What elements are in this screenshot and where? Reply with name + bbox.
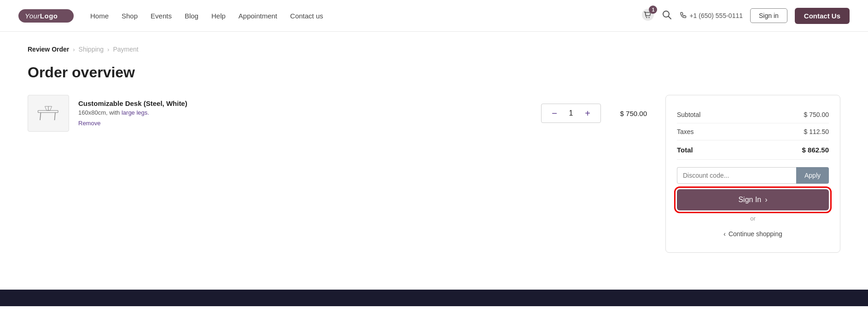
breadcrumb-step2: Shipping (79, 46, 104, 53)
product-description: 160x80cm, with large legs. (78, 109, 532, 116)
breadcrumb-step1: Review Order (28, 46, 69, 53)
summary-subtotal-row: Subtotal $ 750.00 (677, 106, 829, 123)
product-price: $ 750.00 (610, 110, 647, 117)
product-info: Customizable Desk (Steel, White) 160x80c… (78, 99, 532, 127)
logo[interactable]: YourLogo (18, 9, 74, 23)
nav-events[interactable]: Events (151, 12, 172, 20)
breadcrumb-chevron1: › (73, 46, 75, 53)
nav-help[interactable]: Help (211, 12, 226, 20)
taxes-label: Taxes (677, 128, 694, 135)
breadcrumb-step3: Payment (113, 46, 138, 53)
svg-point-2 (649, 17, 650, 18)
subtotal-label: Subtotal (677, 111, 700, 118)
product-desc-text: 160x80cm, with (78, 109, 122, 116)
breadcrumb-chevron2: › (107, 46, 109, 53)
continue-chevron-icon: ‹ (723, 230, 726, 238)
desk-illustration (35, 102, 62, 125)
quantity-controls: − 1 + (541, 104, 601, 123)
nav-right: 1 +1 (650) 555-0111 Sign in Contact Us (641, 8, 850, 24)
continue-shopping-link[interactable]: ‹ Continue shopping (677, 227, 829, 241)
continue-shopping-label: Continue shopping (728, 230, 782, 238)
breadcrumb: Review Order › Shipping › Payment (28, 46, 840, 53)
product-row: Customizable Desk (Steel, White) 160x80c… (28, 95, 647, 132)
nav-blog[interactable]: Blog (185, 12, 198, 20)
logo-text: YourLogo (25, 12, 58, 20)
svg-line-6 (40, 113, 41, 121)
cart-button[interactable]: 1 (641, 8, 654, 23)
total-value: $ 862.50 (802, 146, 829, 154)
nav-contact-us[interactable]: Contact us (290, 12, 323, 20)
order-summary: Subtotal $ 750.00 Taxes $ 112.50 Total $… (665, 95, 840, 253)
taxes-value: $ 112.50 (804, 128, 829, 135)
product-desc-link[interactable]: large legs. (122, 109, 149, 116)
nav-shop[interactable]: Shop (122, 12, 138, 20)
search-button[interactable] (662, 10, 672, 22)
page-title: Order overview (28, 64, 840, 81)
quantity-display: 1 (566, 109, 576, 117)
apply-button[interactable]: Apply (796, 167, 829, 184)
or-divider: or (677, 215, 829, 222)
signin-nav-button[interactable]: Sign in (750, 8, 787, 23)
svg-point-1 (647, 17, 647, 18)
product-name: Customizable Desk (Steel, White) (78, 99, 532, 107)
signin-cta-label: Sign In (738, 196, 761, 204)
signin-cta-button[interactable]: Sign In › (677, 189, 829, 210)
summary-total-row: Total $ 862.50 (677, 140, 829, 160)
total-label: Total (677, 146, 693, 154)
order-layout: Customizable Desk (Steel, White) 160x80c… (28, 95, 840, 253)
nav-links: Home Shop Events Blog Help Appointment C… (90, 12, 641, 20)
svg-line-7 (55, 113, 56, 121)
main-content: Review Order › Shipping › Payment Order … (0, 32, 868, 271)
navbar: YourLogo Home Shop Events Blog Help Appo… (0, 0, 868, 32)
discount-input[interactable] (677, 167, 796, 184)
summary-taxes-row: Taxes $ 112.50 (677, 123, 829, 140)
contact-us-nav-button[interactable]: Contact Us (795, 8, 850, 24)
discount-row: Apply (677, 167, 829, 184)
phone-icon (679, 12, 687, 19)
signin-cta-arrow: › (765, 196, 767, 204)
phone-area: +1 (650) 555-0111 (679, 12, 743, 19)
cart-badge: 1 (649, 6, 657, 14)
product-image (28, 95, 69, 132)
quantity-decrease-button[interactable]: − (548, 107, 561, 120)
remove-link[interactable]: Remove (78, 120, 100, 127)
phone-number: +1 (650) 555-0111 (689, 12, 743, 19)
nav-appointment[interactable]: Appointment (239, 12, 277, 20)
quantity-increase-button[interactable]: + (581, 107, 594, 120)
search-icon (662, 10, 672, 20)
footer (0, 290, 868, 306)
subtotal-value: $ 750.00 (804, 111, 829, 118)
svg-rect-5 (38, 111, 58, 113)
nav-home[interactable]: Home (90, 12, 109, 20)
order-items: Customizable Desk (Steel, White) 160x80c… (28, 95, 647, 132)
svg-line-4 (669, 16, 671, 19)
